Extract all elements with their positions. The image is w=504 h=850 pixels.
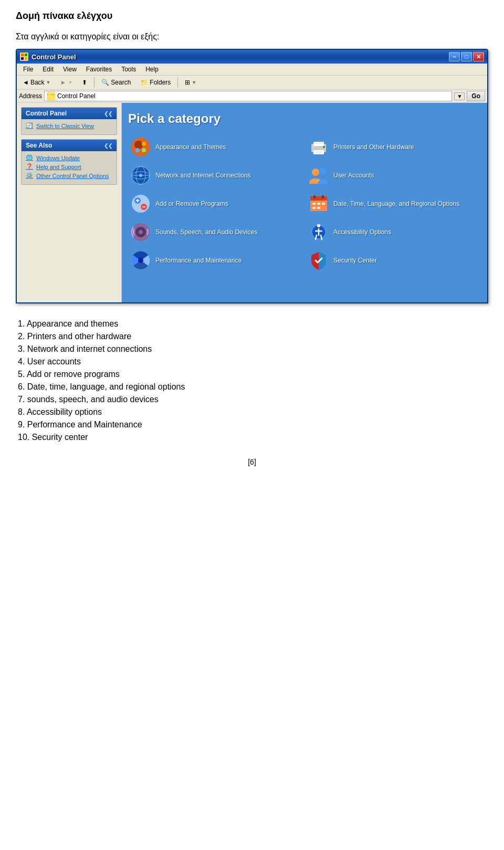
svg-point-22 — [139, 174, 142, 177]
svg-point-9 — [142, 142, 146, 146]
search-label: Search — [111, 79, 131, 86]
svg-point-42 — [139, 230, 143, 234]
list-item-8: 8. Accessibility options — [16, 407, 488, 417]
category-accessibility[interactable]: Accessibility Options — [306, 219, 481, 245]
sidebar-control-panel-section: Control Panel ❮❮ 🔄 Switch to Classic Vie… — [21, 107, 117, 135]
other-options-icon: ⚙️ — [26, 172, 33, 179]
xp-toolbar: ◄ Back ▼ ► ▼ ⬆ 🔍 Search 📁 Folders ⊞ ▼ — [17, 76, 487, 90]
sidebar-see-also-title: See Also — [26, 142, 52, 149]
toolbar-sep-2 — [177, 77, 178, 88]
security-label: Security Center — [333, 257, 377, 264]
folders-icon: 📁 — [140, 79, 148, 86]
category-network[interactable]: Network and Internet Connections — [128, 163, 303, 188]
svg-point-23 — [312, 169, 319, 176]
network-label: Network and Internet Connections — [155, 172, 250, 179]
datetime-label: Date, Time, Language, and Regional Optio… — [333, 200, 459, 207]
back-dropdown-icon: ▼ — [46, 80, 51, 85]
menu-tools[interactable]: Tools — [117, 65, 140, 74]
back-button[interactable]: ◄ Back ▼ — [19, 77, 55, 88]
list-item-6: 6. Date, time, language, and regional op… — [16, 382, 488, 392]
see-also-collapse-icon[interactable]: ❮❮ — [104, 143, 112, 149]
list-item-7: 7. sounds, speech, and audio devices — [16, 395, 488, 404]
close-button[interactable]: ✕ — [473, 52, 484, 61]
xp-right-panel: Pick a category Appearance and Themes — [122, 103, 487, 302]
printers-label: Printers and Other Hardware — [333, 143, 414, 151]
appearance-label: Appearance and Themes — [155, 143, 226, 151]
svg-rect-17 — [316, 151, 322, 153]
maximize-button[interactable]: □ — [461, 52, 472, 61]
svg-rect-38 — [312, 207, 316, 209]
xp-sidebar: Control Panel ❮❮ 🔄 Switch to Classic Vie… — [17, 103, 122, 302]
address-field[interactable]: Control Panel — [44, 91, 452, 101]
list-item-2: 2. Printers and other hardware — [16, 332, 488, 341]
forward-button[interactable]: ► ▼ — [57, 77, 77, 88]
svg-rect-3 — [25, 57, 27, 60]
address-label: Address — [19, 92, 42, 100]
category-performance[interactable]: Performance and Maintenance — [128, 248, 303, 273]
sidebar-cp-title: Control Panel — [26, 110, 67, 117]
accessibility-icon — [308, 222, 329, 243]
minimize-button[interactable]: − — [449, 52, 460, 61]
other-options-link[interactable]: ⚙️ Other Control Panel Options — [26, 172, 112, 179]
menu-edit[interactable]: Edit — [38, 65, 58, 74]
windows-update-link[interactable]: 🌐 Windows Update — [26, 154, 112, 161]
switch-icon: 🔄 — [26, 122, 33, 129]
switch-classic-link[interactable]: 🔄 Switch to Classic View — [26, 122, 112, 129]
content-list: 1. Appearance and themes 2. Printers and… — [16, 319, 488, 442]
appearance-icon — [130, 137, 151, 158]
svg-point-24 — [320, 168, 326, 174]
svg-rect-36 — [317, 203, 320, 205]
search-button[interactable]: 🔍 Search — [98, 77, 134, 88]
sounds-icon — [130, 222, 151, 243]
window-title: Control Panel — [32, 53, 76, 61]
views-button[interactable]: ⊞ ▼ — [181, 77, 200, 88]
categories-grid: Appearance and Themes Pr — [128, 134, 481, 273]
folders-label: Folders — [150, 79, 171, 86]
address-dropdown[interactable]: ▼ — [454, 92, 465, 100]
menu-file[interactable]: File — [19, 65, 37, 74]
svg-rect-6 — [48, 93, 51, 95]
svg-point-47 — [138, 258, 143, 263]
sidebar-see-also-body: 🌐 Windows Update ❓ Help and Support ⚙️ O… — [22, 151, 117, 184]
windows-update-icon: 🌐 — [26, 154, 33, 161]
search-icon: 🔍 — [101, 79, 109, 86]
page-title: Δομή πίνακα ελέγχου — [16, 11, 488, 22]
category-datetime[interactable]: Date, Time, Language, and Regional Optio… — [306, 191, 481, 216]
sidebar-see-also-section: See Also ❮❮ 🌐 Windows Update ❓ Help and … — [21, 139, 117, 185]
svg-point-11 — [142, 148, 146, 152]
go-button[interactable]: Go — [467, 91, 485, 101]
folders-button[interactable]: 📁 Folders — [136, 77, 174, 88]
svg-rect-34 — [322, 195, 324, 198]
category-sounds[interactable]: Sounds, Speech, and Audio Devices — [128, 219, 303, 245]
category-users[interactable]: User Accounts — [306, 163, 481, 188]
category-security[interactable]: Security Center — [306, 248, 481, 273]
security-icon — [308, 250, 329, 271]
collapse-icon[interactable]: ❮❮ — [104, 111, 112, 117]
svg-rect-1 — [25, 54, 27, 56]
menu-view[interactable]: View — [59, 65, 81, 74]
xp-menubar: File Edit View Favorites Tools Help — [17, 64, 487, 76]
sidebar-see-also-header: See Also ❮❮ — [22, 140, 117, 151]
performance-icon — [130, 250, 151, 271]
up-button[interactable]: ⬆ — [78, 77, 91, 88]
svg-point-8 — [134, 141, 143, 149]
xp-window: Control Panel − □ ✕ File Edit View Favor… — [16, 49, 488, 303]
help-support-link[interactable]: ❓ Help and Support — [26, 163, 112, 170]
addremove-label: Add or Remove Programs — [155, 200, 228, 207]
accessibility-label: Accessibility Options — [333, 228, 391, 236]
svg-point-10 — [135, 148, 140, 152]
category-printers[interactable]: Printers and Other Hardware — [306, 134, 481, 160]
category-appearance[interactable]: Appearance and Themes — [128, 134, 303, 160]
menu-help[interactable]: Help — [141, 65, 163, 74]
category-addremove[interactable]: Add or Remove Programs — [128, 191, 303, 216]
svg-rect-4 — [47, 95, 55, 99]
windows-update-label: Windows Update — [36, 155, 80, 161]
xp-addressbar: Address Control Panel ▼ Go — [17, 90, 487, 103]
list-item-9: 9. Performance and Maintenance — [16, 420, 488, 429]
forward-dropdown-icon: ▼ — [68, 80, 72, 85]
list-item-10: 10. Security center — [16, 433, 488, 442]
menu-favorites[interactable]: Favorites — [82, 65, 116, 74]
svg-rect-39 — [317, 207, 320, 209]
switch-classic-label: Switch to Classic View — [36, 123, 94, 129]
svg-rect-2 — [21, 57, 24, 60]
